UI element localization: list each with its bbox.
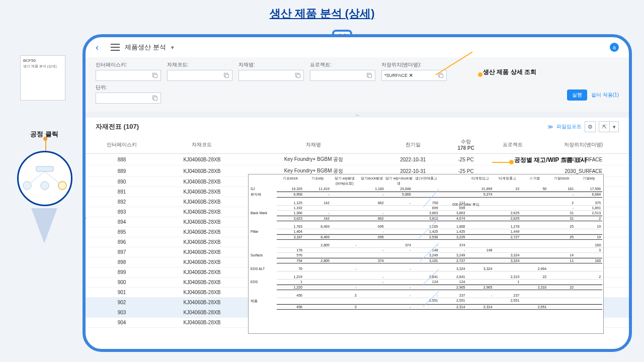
svg-rect-0 (36, 166, 53, 171)
flow-section-label (250, 275, 277, 280)
settings-icon[interactable]: ⚙ (585, 121, 596, 132)
svg-rect-13 (368, 74, 372, 78)
flow-section-label: Pillar (250, 229, 277, 234)
flow-col-header (440, 175, 467, 187)
list-header: 자재전표 (107) ≫ 파일임포트 ⚙ ⇱ ▾ (86, 118, 629, 136)
flow-section-label (250, 293, 277, 298)
filter-label-matname: 자재명: (238, 61, 304, 68)
valuehelp-icon[interactable] (152, 95, 158, 101)
svg-rect-17 (154, 97, 157, 101)
file-import-link[interactable]: 파일임포트 (556, 123, 582, 130)
flow-section-label (250, 304, 277, 310)
yellow-arrow-marker (83, 208, 87, 228)
menu-icon[interactable] (111, 44, 120, 51)
col-quantity[interactable]: 수량 178 PC (444, 136, 488, 154)
callout-detail-view: 생산 제품 상세 조회 (483, 68, 536, 76)
flow-section-label (250, 206, 277, 211)
valuehelp-icon[interactable] (223, 72, 229, 78)
flow-col-header: 기말wip (575, 175, 602, 187)
col-material-code[interactable]: 자재코드 (158, 136, 246, 154)
flow-col-header: 기말stock (548, 175, 575, 187)
svg-rect-9 (225, 74, 229, 78)
svg-point-5 (58, 182, 66, 190)
project-input[interactable] (310, 70, 375, 81)
material-name-input[interactable] (238, 70, 304, 81)
flow-note-pillar: 600 pc pillar 투입 (452, 202, 479, 207)
go-button[interactable]: 실행 (567, 89, 587, 101)
flow-col-header: 스크랩 (521, 175, 548, 187)
flow-section-label (250, 258, 277, 263)
flow-section-label (250, 285, 277, 290)
flow-section-label: EDS ALT (250, 266, 277, 272)
col-storage-loc[interactable]: 저장위치(벤더명) (538, 136, 629, 154)
svg-point-3 (23, 182, 31, 190)
col-posting-date[interactable]: 전기일 (381, 136, 444, 154)
flow-col-header: 타계정출고 (494, 175, 521, 187)
breadcrumb-title[interactable]: 제품생산 분석 (125, 43, 166, 52)
flow-col-header: 기초wip (304, 175, 331, 187)
list-title: 자재전표 (107) (96, 122, 139, 131)
filter-adapt-link[interactable]: 필터 적용(1) (591, 92, 619, 99)
flow-section-label (250, 243, 277, 248)
thumbnail-code: BCF50 (23, 58, 62, 63)
col-interface-key[interactable]: 인터페이스키 (86, 136, 158, 154)
svg-rect-7 (154, 74, 157, 78)
flow-section-label: Back Mark (250, 211, 277, 216)
back-button[interactable]: ‹ (96, 42, 106, 52)
unit-input[interactable] (96, 93, 161, 104)
callout-line (45, 140, 46, 152)
page-title: 생산 제품 분석 (상세) (0, 0, 644, 24)
thumbnail-card[interactable]: BCF50 생산 제품 분석 (상세) (20, 55, 65, 101)
flow-col-header: 생산/판매출고 (413, 175, 440, 187)
flow-section-label (250, 248, 277, 253)
valuehelp-icon[interactable] (295, 72, 301, 78)
col-project[interactable]: 프로젝트 (488, 136, 538, 154)
thumbnail-title: 생산 제품 분석 (상세) (23, 64, 62, 69)
flow-section-label: EDS (250, 280, 277, 285)
avatar[interactable]: a (610, 43, 619, 52)
filter-token-surface[interactable]: *SURFACE✕ (384, 73, 413, 78)
flow-section-label: 원자재 (250, 192, 277, 198)
filter-label-matcode: 자재코드: (167, 61, 232, 68)
collapse-filter-button[interactable]: ︿ (86, 112, 629, 118)
down-arrow-decor (31, 208, 57, 243)
col-material-name[interactable]: 자재명 (246, 136, 382, 154)
callout-flow-display: 공정별 재고/WIP 흐름 표시 (514, 156, 587, 164)
flow-section-label: SJ (250, 187, 277, 192)
topbar: ‹ 제품생산 분석 ▾ a (86, 37, 629, 57)
flow-col-header: 기초stock (277, 175, 304, 187)
filter-label-unit: 단위: (96, 84, 161, 91)
export-dropdown-icon[interactable]: ▾ (610, 121, 619, 132)
flow-section-label (250, 224, 277, 229)
material-code-input[interactable] (167, 70, 232, 81)
callout-dot (478, 72, 482, 77)
valuehelp-icon[interactable] (366, 72, 372, 78)
chevron-down-icon[interactable]: ▾ (171, 44, 174, 51)
svg-rect-11 (297, 74, 300, 78)
flow-section-label (250, 234, 277, 240)
filter-label-project: 프로젝트: (310, 61, 375, 68)
flow-col-header: 당기 wip발생(scrap포함) (331, 175, 358, 187)
filter-label-interface: 인터페이스키: (96, 61, 161, 68)
flow-col-header: 당기 wip+stock발생 (385, 175, 413, 187)
filter-bar: 인터페이스키: 자재코드: 자재명: 프로젝트: 저장위치(벤더명): *SUR… (86, 57, 629, 112)
remove-token-icon[interactable]: ✕ (409, 73, 413, 78)
flow-section-label (250, 201, 277, 206)
flow-section-label (250, 216, 277, 221)
flow-table-panel: 기초stock기초wip당기 wip발생(scrap포함)당기stock발생당기… (248, 174, 604, 334)
valuehelp-icon[interactable] (152, 72, 158, 78)
process-circle-thumb (17, 151, 72, 206)
callout-dot (509, 160, 514, 164)
svg-point-4 (41, 182, 49, 190)
filter-label-storage: 저장위치(벤더명): (381, 61, 447, 68)
callout-line (492, 162, 510, 163)
svg-rect-15 (440, 74, 443, 78)
flow-section-label: 제품 (250, 298, 277, 304)
flow-col-header: 당기stock발생 (358, 175, 385, 187)
export-icon[interactable]: ⇱ (599, 121, 610, 132)
flow-section-label: Surface (250, 253, 277, 258)
interface-key-input[interactable] (96, 70, 161, 81)
flow-col-header: 타계정입고 (466, 175, 494, 187)
storage-location-input[interactable]: *SURFACE✕ (381, 70, 447, 81)
